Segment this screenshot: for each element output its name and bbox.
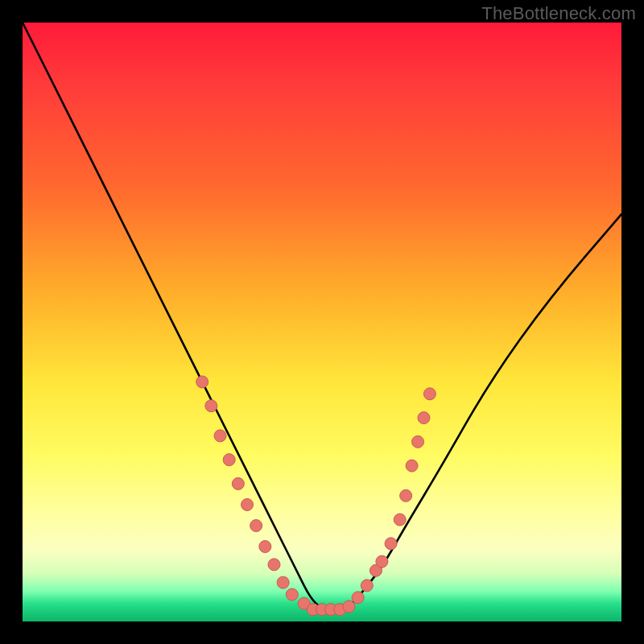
curve-marker — [196, 376, 208, 388]
curve-marker — [223, 454, 235, 466]
curve-marker — [376, 555, 388, 568]
curve-marker — [418, 412, 430, 424]
curve-marker — [352, 592, 364, 604]
curve-marker — [394, 514, 406, 526]
curve-marker — [205, 400, 217, 412]
curve-marker — [361, 580, 373, 592]
plot-area — [23, 23, 621, 621]
chart-frame: TheBottleneck.com — [0, 0, 644, 644]
watermark-text: TheBottleneck.com — [481, 3, 636, 24]
curve-marker — [400, 489, 412, 502]
curve-marker — [214, 430, 226, 442]
curve-marker — [412, 436, 424, 448]
curve-marker — [286, 588, 298, 601]
curve-marker — [385, 538, 397, 550]
bottleneck-curve — [23, 23, 621, 609]
curve-marker — [423, 388, 436, 400]
curve-marker — [277, 576, 289, 588]
curve-marker — [268, 559, 280, 571]
curve-marker — [406, 460, 418, 472]
curve-marker — [242, 498, 254, 510]
curve-marker — [259, 541, 271, 553]
curve-svg — [23, 23, 621, 621]
curve-marker — [232, 477, 244, 489]
curve-markers — [196, 376, 436, 616]
curve-marker — [343, 601, 355, 613]
curve-marker — [250, 519, 262, 531]
